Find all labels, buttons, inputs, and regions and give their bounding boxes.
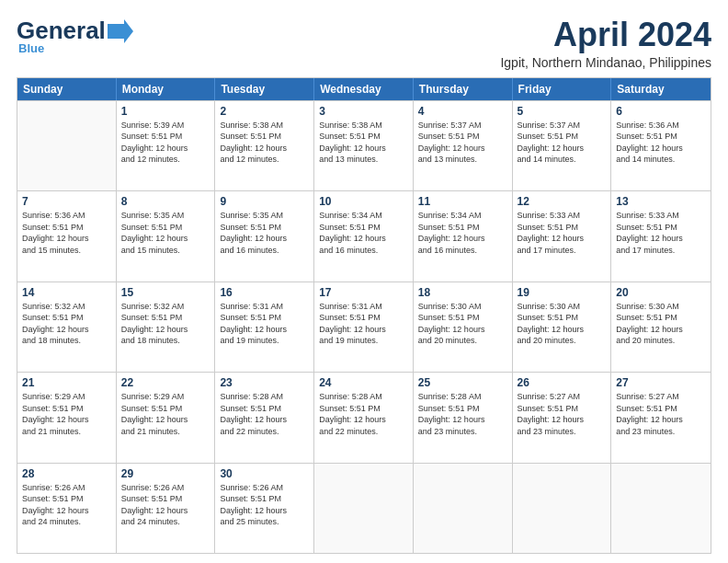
calendar-cell (17, 101, 117, 190)
day-number: 22 (121, 376, 210, 389)
day-number: 4 (418, 105, 507, 118)
day-number: 1 (121, 105, 210, 118)
cell-info: Sunrise: 5:30 AM Sunset: 5:51 PM Dayligh… (518, 301, 607, 347)
calendar-cell: 9Sunrise: 5:35 AM Sunset: 5:51 PM Daylig… (215, 191, 314, 281)
header-sunday: Sunday (17, 78, 117, 100)
header-wednesday: Wednesday (314, 78, 414, 100)
calendar-cell: 26Sunrise: 5:27 AM Sunset: 5:51 PM Dayli… (513, 373, 612, 462)
day-number: 27 (616, 376, 706, 389)
calendar-cell: 27Sunrise: 5:27 AM Sunset: 5:51 PM Dayli… (611, 373, 711, 462)
calendar-cell: 14Sunrise: 5:32 AM Sunset: 5:51 PM Dayli… (17, 282, 117, 372)
cell-info: Sunrise: 5:27 AM Sunset: 5:51 PM Dayligh… (616, 391, 706, 437)
subtitle: Igpit, Northern Mindanao, Philippines (500, 55, 711, 70)
calendar-cell: 25Sunrise: 5:28 AM Sunset: 5:51 PM Dayli… (414, 373, 513, 462)
header-saturday: Saturday (611, 78, 711, 100)
calendar-row-1: 1Sunrise: 5:39 AM Sunset: 5:51 PM Daylig… (17, 100, 711, 190)
calendar-cell: 29Sunrise: 5:26 AM Sunset: 5:51 PM Dayli… (117, 464, 216, 553)
day-number: 3 (319, 105, 408, 118)
cell-info: Sunrise: 5:31 AM Sunset: 5:51 PM Dayligh… (319, 301, 408, 347)
cell-info: Sunrise: 5:32 AM Sunset: 5:51 PM Dayligh… (121, 301, 210, 347)
calendar-cell: 30Sunrise: 5:26 AM Sunset: 5:51 PM Dayli… (215, 464, 314, 553)
calendar-cell: 16Sunrise: 5:31 AM Sunset: 5:51 PM Dayli… (215, 282, 314, 372)
logo-arrow-icon (108, 19, 133, 43)
cell-info: Sunrise: 5:39 AM Sunset: 5:51 PM Dayligh… (121, 120, 210, 166)
cell-info: Sunrise: 5:37 AM Sunset: 5:51 PM Dayligh… (518, 120, 607, 166)
cell-info: Sunrise: 5:29 AM Sunset: 5:51 PM Dayligh… (22, 391, 111, 437)
calendar-cell: 28Sunrise: 5:26 AM Sunset: 5:51 PM Dayli… (17, 464, 117, 553)
header: General Blue April 2024 Igpit, Northern … (17, 17, 711, 70)
cell-info: Sunrise: 5:33 AM Sunset: 5:51 PM Dayligh… (616, 210, 706, 256)
calendar-cell: 1Sunrise: 5:39 AM Sunset: 5:51 PM Daylig… (117, 101, 216, 190)
header-tuesday: Tuesday (215, 78, 314, 100)
calendar-cell (513, 464, 612, 553)
cell-info: Sunrise: 5:32 AM Sunset: 5:51 PM Dayligh… (22, 301, 111, 347)
day-number: 10 (319, 195, 408, 208)
cell-info: Sunrise: 5:28 AM Sunset: 5:51 PM Dayligh… (319, 391, 408, 437)
calendar-cell: 10Sunrise: 5:34 AM Sunset: 5:51 PM Dayli… (314, 191, 414, 281)
day-number: 13 (616, 195, 706, 208)
calendar-cell: 19Sunrise: 5:30 AM Sunset: 5:51 PM Dayli… (513, 282, 612, 372)
calendar-row-2: 7Sunrise: 5:36 AM Sunset: 5:51 PM Daylig… (17, 190, 711, 281)
cell-info: Sunrise: 5:30 AM Sunset: 5:51 PM Dayligh… (616, 301, 706, 347)
cell-info: Sunrise: 5:38 AM Sunset: 5:51 PM Dayligh… (220, 120, 309, 166)
cell-info: Sunrise: 5:26 AM Sunset: 5:51 PM Dayligh… (121, 482, 210, 528)
calendar-cell (611, 464, 711, 553)
day-number: 20 (616, 286, 706, 299)
calendar-body: 1Sunrise: 5:39 AM Sunset: 5:51 PM Daylig… (17, 100, 711, 553)
calendar: Sunday Monday Tuesday Wednesday Thursday… (17, 77, 711, 554)
cell-info: Sunrise: 5:34 AM Sunset: 5:51 PM Dayligh… (319, 210, 408, 256)
day-number: 5 (518, 105, 607, 118)
cell-info: Sunrise: 5:35 AM Sunset: 5:51 PM Dayligh… (220, 210, 309, 256)
calendar-row-5: 28Sunrise: 5:26 AM Sunset: 5:51 PM Dayli… (17, 463, 711, 553)
day-number: 19 (518, 286, 607, 299)
day-number: 18 (418, 286, 507, 299)
cell-info: Sunrise: 5:35 AM Sunset: 5:51 PM Dayligh… (121, 210, 210, 256)
calendar-cell: 12Sunrise: 5:33 AM Sunset: 5:51 PM Dayli… (513, 191, 612, 281)
calendar-row-4: 21Sunrise: 5:29 AM Sunset: 5:51 PM Dayli… (17, 372, 711, 462)
calendar-cell: 5Sunrise: 5:37 AM Sunset: 5:51 PM Daylig… (513, 101, 612, 190)
calendar-cell: 22Sunrise: 5:29 AM Sunset: 5:51 PM Dayli… (117, 373, 216, 462)
calendar-cell (414, 464, 513, 553)
cell-info: Sunrise: 5:36 AM Sunset: 5:51 PM Dayligh… (22, 210, 111, 256)
day-number: 6 (616, 105, 706, 118)
cell-info: Sunrise: 5:37 AM Sunset: 5:51 PM Dayligh… (418, 120, 507, 166)
day-number: 24 (319, 376, 408, 389)
day-number: 21 (22, 376, 111, 389)
calendar-cell: 13Sunrise: 5:33 AM Sunset: 5:51 PM Dayli… (611, 191, 711, 281)
logo-blue-text: Blue (18, 41, 44, 55)
day-number: 14 (22, 286, 111, 299)
svg-marker-0 (108, 19, 133, 43)
calendar-cell: 23Sunrise: 5:28 AM Sunset: 5:51 PM Dayli… (215, 373, 314, 462)
cell-info: Sunrise: 5:33 AM Sunset: 5:51 PM Dayligh… (518, 210, 607, 256)
calendar-cell: 3Sunrise: 5:38 AM Sunset: 5:51 PM Daylig… (314, 101, 414, 190)
cell-info: Sunrise: 5:26 AM Sunset: 5:51 PM Dayligh… (220, 482, 309, 528)
day-number: 16 (220, 286, 309, 299)
day-number: 25 (418, 376, 507, 389)
page: General Blue April 2024 Igpit, Northern … (0, 0, 728, 563)
calendar-cell (314, 464, 414, 553)
calendar-cell: 24Sunrise: 5:28 AM Sunset: 5:51 PM Dayli… (314, 373, 414, 462)
day-number: 8 (121, 195, 210, 208)
cell-info: Sunrise: 5:38 AM Sunset: 5:51 PM Dayligh… (319, 120, 408, 166)
day-number: 29 (121, 467, 210, 480)
cell-info: Sunrise: 5:29 AM Sunset: 5:51 PM Dayligh… (121, 391, 210, 437)
header-thursday: Thursday (414, 78, 513, 100)
calendar-header: Sunday Monday Tuesday Wednesday Thursday… (17, 78, 711, 100)
calendar-cell: 2Sunrise: 5:38 AM Sunset: 5:51 PM Daylig… (215, 101, 314, 190)
cell-info: Sunrise: 5:28 AM Sunset: 5:51 PM Dayligh… (418, 391, 507, 437)
calendar-cell: 17Sunrise: 5:31 AM Sunset: 5:51 PM Dayli… (314, 282, 414, 372)
day-number: 7 (22, 195, 111, 208)
cell-info: Sunrise: 5:30 AM Sunset: 5:51 PM Dayligh… (418, 301, 507, 347)
day-number: 11 (418, 195, 507, 208)
day-number: 15 (121, 286, 210, 299)
calendar-cell: 7Sunrise: 5:36 AM Sunset: 5:51 PM Daylig… (17, 191, 117, 281)
calendar-cell: 4Sunrise: 5:37 AM Sunset: 5:51 PM Daylig… (414, 101, 513, 190)
day-number: 2 (220, 105, 309, 118)
day-number: 30 (220, 467, 309, 480)
calendar-cell: 6Sunrise: 5:36 AM Sunset: 5:51 PM Daylig… (611, 101, 711, 190)
calendar-cell: 15Sunrise: 5:32 AM Sunset: 5:51 PM Dayli… (117, 282, 216, 372)
day-number: 12 (518, 195, 607, 208)
cell-info: Sunrise: 5:34 AM Sunset: 5:51 PM Dayligh… (418, 210, 507, 256)
day-number: 9 (220, 195, 309, 208)
calendar-row-3: 14Sunrise: 5:32 AM Sunset: 5:51 PM Dayli… (17, 282, 711, 372)
